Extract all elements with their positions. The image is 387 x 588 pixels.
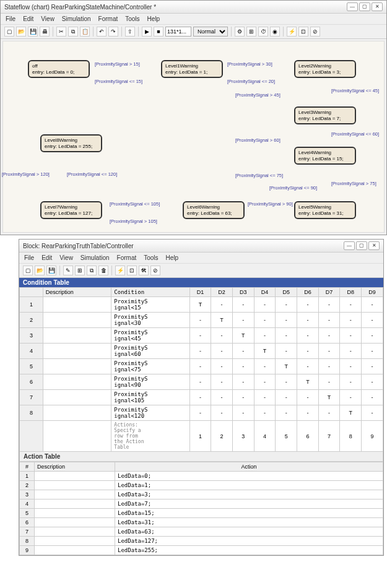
cell-d[interactable]: - xyxy=(211,359,233,374)
menu-simulation[interactable]: Simulation xyxy=(62,15,91,22)
cell-d[interactable]: - xyxy=(211,344,233,359)
cell-d[interactable]: - xyxy=(340,328,362,344)
cell-d[interactable]: T xyxy=(340,405,362,421)
cell-description[interactable] xyxy=(35,527,115,537)
cell-d[interactable]: - xyxy=(254,359,276,374)
cell-d[interactable]: T xyxy=(232,328,254,344)
menu-help[interactable]: Help xyxy=(166,254,179,261)
cell-d[interactable]: - xyxy=(297,328,319,344)
cell-d[interactable]: - xyxy=(362,359,383,374)
cell-action[interactable]: LedData=31; xyxy=(115,518,383,527)
cell-description[interactable] xyxy=(35,546,115,555)
cell-d[interactable]: - xyxy=(340,313,362,328)
cell-d[interactable]: - xyxy=(254,297,276,313)
cell-d[interactable]: - xyxy=(318,297,340,313)
cell-description[interactable] xyxy=(43,374,111,390)
save-icon[interactable]: 💾 xyxy=(28,27,38,37)
cell-d[interactable]: - xyxy=(340,344,362,359)
cond-row[interactable]: 3ProximityS ignal<45--T------ xyxy=(20,328,383,344)
cell-description[interactable] xyxy=(43,359,111,374)
cell-d[interactable]: - xyxy=(189,359,211,374)
cell-d[interactable]: - xyxy=(318,328,340,344)
cell-d[interactable]: - xyxy=(254,405,276,421)
save-icon[interactable]: 💾 xyxy=(46,266,56,275)
cell-description[interactable] xyxy=(43,390,111,405)
menu-edit[interactable]: Edit xyxy=(41,254,52,261)
cell-d[interactable]: T xyxy=(254,344,276,359)
cell-d[interactable]: - xyxy=(189,344,211,359)
cell-action[interactable]: LedData=127; xyxy=(115,537,383,546)
cell-description[interactable] xyxy=(43,328,111,344)
build-icon[interactable]: ⚡ xyxy=(115,266,125,275)
cell-action[interactable]: LedData=255; xyxy=(115,546,383,555)
state-level8[interactable]: Level8Warning entry: LedData = 255; xyxy=(40,134,102,152)
tool-icon-5[interactable]: ⚡ xyxy=(287,27,297,37)
menu-edit[interactable]: Edit xyxy=(23,15,33,22)
action-num-cell[interactable]: 8 xyxy=(340,421,362,452)
cell-d[interactable]: - xyxy=(189,390,211,405)
cell-d[interactable]: - xyxy=(362,390,383,405)
cell-d[interactable]: - xyxy=(211,374,233,390)
menu-view[interactable]: View xyxy=(41,15,54,22)
cell-d[interactable]: - xyxy=(297,390,319,405)
cell-d[interactable]: - xyxy=(340,359,362,374)
cond-row[interactable]: 5ProximityS ignal<75----T---- xyxy=(20,359,383,374)
cell-condition[interactable]: ProximityS ignal<90 xyxy=(111,374,189,390)
cell-d[interactable]: - xyxy=(362,344,383,359)
action-row[interactable]: 5LedData=15; xyxy=(20,509,383,518)
cell-description[interactable] xyxy=(35,518,115,527)
state-level5[interactable]: Level5Warning entry: LedData = 31; xyxy=(294,201,356,219)
state-level1[interactable]: Level1Warning entry: LedData = 1; xyxy=(161,60,223,78)
cell-condition[interactable]: ProximityS ignal<120 xyxy=(111,405,189,421)
action-row[interactable]: 1LedData=0; xyxy=(20,472,383,481)
titlebar[interactable]: Stateflow (chart) RearParkingStateMachin… xyxy=(1,1,386,14)
stop-icon[interactable]: ■ xyxy=(154,27,163,37)
cell-d[interactable]: - xyxy=(276,405,297,421)
action-num-cell[interactable]: 3 xyxy=(232,421,254,452)
cell-d[interactable]: - xyxy=(254,374,276,390)
cell-d[interactable]: - xyxy=(189,328,211,344)
action-num-cell[interactable]: 1 xyxy=(189,421,211,452)
action-num-cell[interactable]: 5 xyxy=(276,421,297,452)
cell-d[interactable]: - xyxy=(211,405,233,421)
cell-d[interactable]: - xyxy=(211,297,233,313)
cell-d[interactable]: - xyxy=(297,297,319,313)
cell-condition[interactable]: ProximityS ignal<75 xyxy=(111,359,189,374)
cell-d[interactable]: - xyxy=(318,344,340,359)
cell-d[interactable]: - xyxy=(297,313,319,328)
new-icon[interactable]: ▢ xyxy=(4,27,14,37)
open-icon[interactable]: 📂 xyxy=(16,27,26,37)
cell-d[interactable]: - xyxy=(254,390,276,405)
cell-d[interactable]: - xyxy=(318,313,340,328)
edit-icon[interactable]: ✎ xyxy=(63,266,73,275)
cell-d[interactable]: - xyxy=(211,390,233,405)
cell-d[interactable]: - xyxy=(318,374,340,390)
cell-d[interactable]: - xyxy=(276,297,297,313)
minimize-button[interactable]: — xyxy=(347,2,358,11)
cell-condition[interactable]: ProximityS ignal<30 xyxy=(111,313,189,328)
cell-d[interactable]: - xyxy=(318,359,340,374)
cell-condition[interactable]: ProximityS ignal<15 xyxy=(111,297,189,313)
cell-d[interactable]: T xyxy=(211,313,233,328)
stop-icon[interactable]: ⊘ xyxy=(150,266,160,275)
cell-description[interactable] xyxy=(35,481,115,490)
cell-d[interactable]: - xyxy=(276,344,297,359)
cell-d[interactable]: T xyxy=(276,359,297,374)
cell-d[interactable]: - xyxy=(362,328,383,344)
menu-help[interactable]: Help xyxy=(147,15,160,22)
cell-condition[interactable]: ProximityS ignal<105 xyxy=(111,390,189,405)
state-level3[interactable]: Level3Warning entry: LedData = 7; xyxy=(294,106,356,124)
cell-description[interactable] xyxy=(43,405,111,421)
action-row[interactable]: 3LedData=3; xyxy=(20,490,383,499)
action-row[interactable]: 7LedData=63; xyxy=(20,527,383,537)
state-level6[interactable]: Level6Warning entry: LedData = 63; xyxy=(183,201,245,219)
cond-row[interactable]: 2ProximityS ignal<30-T------- xyxy=(20,313,383,328)
menu-format[interactable]: Format xyxy=(117,254,137,261)
undo-icon[interactable]: ↶ xyxy=(97,27,107,37)
action-num-cell[interactable]: 7 xyxy=(318,421,340,452)
tool-icon-3[interactable]: ⏱ xyxy=(258,27,268,37)
minimize-button[interactable]: — xyxy=(344,241,355,250)
table-icon[interactable]: ⊞ xyxy=(75,266,85,275)
copy-icon[interactable]: ⧉ xyxy=(68,27,78,37)
view-icon[interactable]: ⊡ xyxy=(127,266,137,275)
